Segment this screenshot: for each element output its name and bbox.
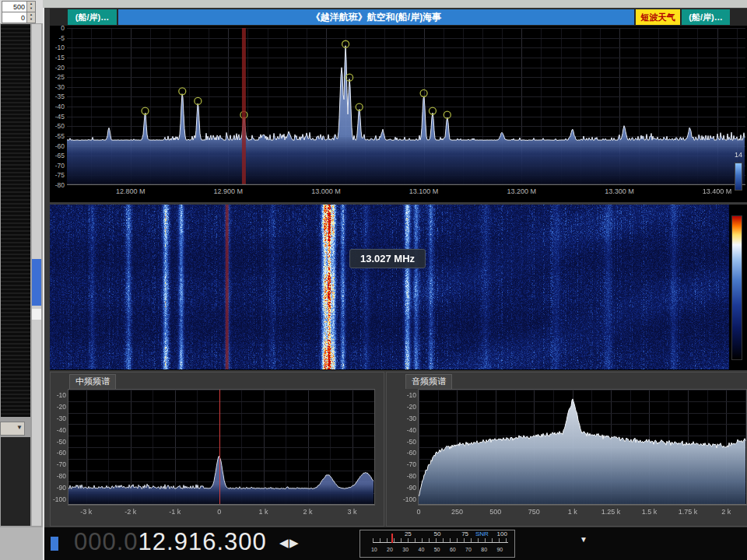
axis-label: 50 — [434, 547, 440, 552]
axis-label: -60 — [407, 449, 416, 457]
axis-label: -40 — [55, 103, 65, 110]
axis-label: -80 — [407, 472, 416, 480]
left-sidebar: 500 ▲ ▼ 0 ▲ ▼ ▼ — [0, 0, 43, 560]
axis-label: 10 — [371, 547, 377, 552]
frequency-leading-zeros: 000.0 — [74, 528, 139, 555]
axis-label: 250 — [451, 508, 463, 516]
axis-label: 1.75 k — [679, 508, 698, 516]
scale-value: 14 — [735, 151, 742, 159]
if-panel-title: 中频频谱 — [69, 374, 116, 389]
spinbox-top-value[interactable]: 500 — [2, 3, 26, 11]
axis-label: 1 k — [259, 508, 268, 516]
axis-label: 13.200 M — [507, 187, 536, 195]
axis-label: 60 — [450, 547, 456, 552]
axis-label: -55 — [55, 132, 65, 140]
axis-label: -45 — [55, 113, 65, 121]
axis-label: -65 — [55, 152, 65, 159]
axis-label: -30 — [57, 415, 66, 422]
scrollbar-thumb-secondary[interactable] — [32, 309, 41, 320]
tuning-step-indicator[interactable] — [51, 537, 58, 551]
axis-label: SNR — [475, 530, 489, 537]
waterfall-panel: 13.027 MHz — [50, 205, 747, 370]
axis-label: 2 k — [721, 508, 731, 516]
axis-label: 1 k — [568, 508, 577, 516]
axis-label: -80 — [55, 181, 65, 189]
axis-label: 3 k — [348, 508, 357, 516]
weather-mode-button[interactable]: 短波天气 — [636, 9, 680, 25]
axis-label: 50 — [434, 530, 441, 537]
sidebar-scrollbar[interactable] — [32, 24, 41, 526]
audio-spectrum-display — [419, 390, 746, 505]
axis-label: 1.5 k — [642, 508, 658, 516]
axis-label: 500 — [489, 508, 501, 516]
if-spectrum-display — [68, 390, 374, 505]
waterfall-colorbar — [731, 215, 742, 360]
signal-meter: 255075SNR100 102030405060708090 — [359, 530, 515, 558]
axis-label: -70 — [55, 162, 65, 170]
tune-up-icon[interactable]: ▶ — [289, 536, 299, 550]
channel-button-right[interactable]: (船/岸)… — [682, 9, 730, 25]
scrollbar-thumb[interactable] — [32, 259, 41, 306]
axis-label: -60 — [55, 142, 65, 150]
axis-label: -90 — [407, 484, 416, 492]
waterfall-display[interactable] — [50, 205, 729, 369]
axis-label: 0 — [416, 508, 420, 516]
if-spectrum-panel: 中频频谱 -3 k-2 k-1 k01 k2 k3 k-10-20-30-40-… — [50, 372, 384, 527]
meter-scale-line — [373, 542, 508, 543]
axis-label: -90 — [57, 484, 66, 492]
channel-button-left[interactable]: (船/岸)… — [68, 9, 117, 25]
axis-label: 750 — [528, 508, 540, 516]
window-top-strip — [43, 0, 747, 8]
scale-gradient-bar[interactable] — [735, 163, 742, 191]
axis-label: 80 — [481, 547, 487, 552]
axis-label: -3 k — [80, 508, 92, 516]
axis-label: 70 — [465, 547, 472, 552]
axis-label: 2 k — [303, 508, 313, 516]
axis-label: -70 — [407, 460, 416, 468]
title-bar: (船/岸)… 《越洋航班》航空和(船/岸)海事 短波天气 (船/岸)… — [50, 9, 747, 26]
axis-label: -50 — [57, 438, 66, 446]
axis-label: 90 — [496, 547, 503, 552]
axis-label: 0 — [217, 508, 221, 516]
spinbox-bottom-value[interactable]: 0 — [2, 14, 26, 22]
axis-label: -30 — [55, 83, 65, 91]
spinbox-top-arrows[interactable]: ▲ ▼ — [26, 2, 35, 12]
axis-label: -2 k — [124, 508, 136, 516]
zoom-scale-indicator: 14 — [732, 146, 745, 191]
axis-label: 12.800 M — [116, 187, 146, 195]
meter-bottom-scale: 102030405060708090 — [360, 547, 514, 556]
spin-down-icon[interactable]: ▼ — [27, 17, 35, 22]
spin-down-icon[interactable]: ▼ — [27, 6, 35, 11]
axis-label: -5 — [58, 34, 65, 42]
audio-spectrum-panel: 音频频谱 02505007501 k1.25 k1.5 k1.75 k2 k-1… — [386, 372, 747, 527]
axis-label: 30 — [402, 547, 409, 552]
sidebar-combobox[interactable]: ▼ — [0, 422, 25, 436]
meter-dropdown-icon[interactable]: ▼ — [580, 535, 587, 544]
axis-label: 12.900 M — [214, 187, 244, 195]
axis-label: 13.300 M — [605, 187, 634, 195]
sdr-console-window: 500 ▲ ▼ 0 ▲ ▼ ▼ — [0, 0, 747, 560]
sidebar-bottom-strip — [0, 527, 43, 560]
axis-label: -50 — [407, 438, 416, 446]
main-area: (船/岸)… 《越洋航班》航空和(船/岸)海事 短波天气 (船/岸)… 14 1… — [43, 8, 747, 560]
spectrum-display[interactable] — [67, 28, 745, 185]
axis-label: -20 — [407, 403, 416, 411]
axis-label: 13.000 M — [311, 187, 341, 195]
axis-label: -10 — [55, 44, 65, 51]
axis-label: 0 — [61, 24, 65, 32]
meter-top-scale: 255075SNR100 — [360, 530, 514, 538]
axis-label: -80 — [57, 472, 66, 480]
axis-label: 13.400 M — [703, 187, 732, 195]
page-title: 《越洋航班》航空和(船/岸)海事 — [118, 9, 634, 25]
spinbox-top[interactable]: 500 ▲ ▼ — [2, 1, 36, 12]
axis-label: 20 — [387, 547, 393, 552]
sidebar-fader-panel[interactable] — [1, 24, 30, 417]
audio-panel-title: 音频频谱 — [405, 374, 452, 389]
axis-label: 1.25 k — [601, 508, 621, 516]
frequency-readout[interactable]: 000.012.916.300 — [74, 528, 267, 556]
spinbox-bottom[interactable]: 0 ▲ ▼ — [2, 12, 36, 23]
spinbox-bottom-arrows[interactable]: ▲ ▼ — [26, 12, 35, 23]
axis-label: 25 — [405, 530, 412, 537]
tune-down-icon[interactable]: ◀ — [279, 536, 289, 550]
axis-label: -100 — [403, 495, 416, 503]
